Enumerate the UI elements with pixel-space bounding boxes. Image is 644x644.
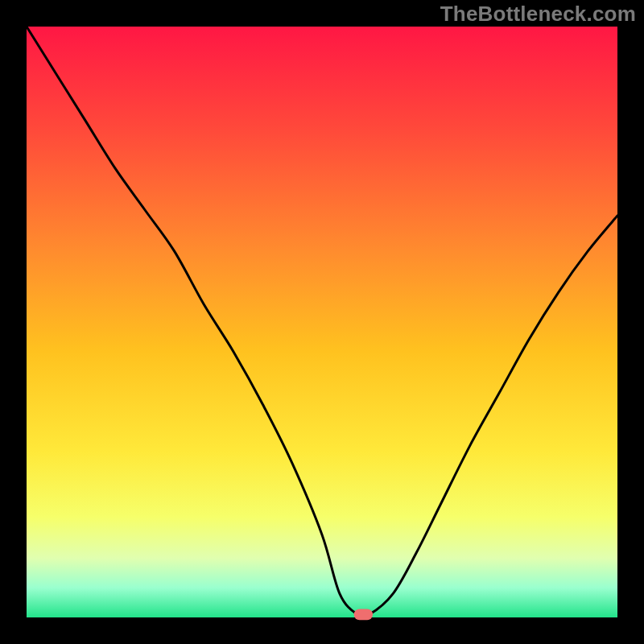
plot-background [27,27,617,617]
chart-frame: TheBottleneck.com [0,0,644,644]
optimal-marker [354,609,374,620]
chart-svg [0,0,644,644]
watermark: TheBottleneck.com [440,2,636,27]
